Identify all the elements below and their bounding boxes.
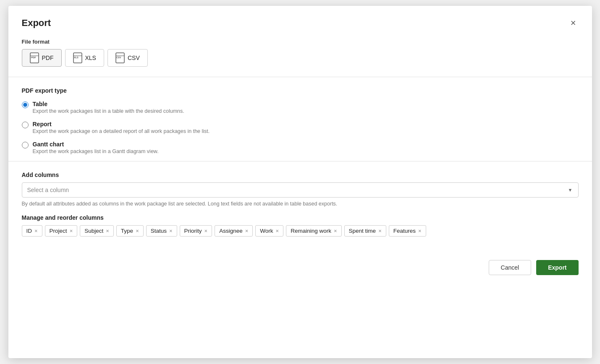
add-columns-label: Add columns bbox=[22, 172, 579, 178]
export-type-report-desc: Export the work package on a detailed re… bbox=[33, 128, 210, 134]
pdf-label: PDF bbox=[42, 55, 54, 61]
column-select-wrapper: Select a column bbox=[22, 182, 579, 198]
export-type-gantt-title: Gantt chart bbox=[33, 141, 159, 148]
column-tag: Spent time× bbox=[344, 225, 386, 237]
csv-label: CSV bbox=[128, 55, 140, 61]
column-tag-label: Spent time bbox=[349, 228, 376, 234]
export-button[interactable]: Export bbox=[536, 260, 578, 275]
column-tag: Assignee× bbox=[215, 225, 253, 237]
column-tag-remove-button[interactable]: × bbox=[276, 228, 279, 234]
column-tag-label: Features bbox=[393, 228, 416, 234]
column-tag-remove-button[interactable]: × bbox=[418, 228, 422, 234]
export-dialog: Export × File format PDF PDF XLS XLS bbox=[8, 6, 592, 358]
column-tag-label: Type bbox=[121, 228, 133, 234]
column-tag: Features× bbox=[389, 225, 426, 237]
column-tag-remove-button[interactable]: × bbox=[334, 228, 337, 234]
column-tag-label: Remaining work bbox=[291, 228, 331, 234]
format-csv-button[interactable]: CSV CSV bbox=[107, 49, 148, 67]
divider-2 bbox=[8, 161, 592, 161]
pdf-icon: PDF bbox=[30, 52, 39, 63]
column-tag-remove-button[interactable]: × bbox=[70, 228, 73, 234]
column-tag: ID× bbox=[22, 225, 42, 237]
export-type-report-text: Report Export the work package on a deta… bbox=[33, 121, 210, 134]
column-tag-label: ID bbox=[26, 228, 32, 234]
column-tag-remove-button[interactable]: × bbox=[106, 228, 109, 234]
close-button[interactable]: × bbox=[568, 18, 579, 29]
divider-1 bbox=[8, 77, 592, 77]
export-type-gantt-radio[interactable] bbox=[22, 142, 29, 148]
cancel-button[interactable]: Cancel bbox=[489, 260, 532, 275]
csv-icon: CSV bbox=[115, 52, 125, 63]
xls-icon: XLS bbox=[73, 52, 82, 63]
column-tag-label: Assignee bbox=[219, 228, 243, 234]
column-tag-label: Work bbox=[260, 228, 273, 234]
export-type-gantt-option: Gantt chart Export the work packages lis… bbox=[22, 141, 579, 154]
export-type-table-title: Table bbox=[33, 101, 184, 107]
column-tag: Priority× bbox=[180, 225, 212, 237]
export-type-table-text: Table Export the work packages list in a… bbox=[33, 101, 184, 114]
manage-columns-label: Manage and reorder columns bbox=[22, 214, 579, 221]
dialog-header: Export × bbox=[22, 18, 579, 29]
file-format-section: File format PDF PDF XLS XLS bbox=[22, 39, 579, 67]
column-tag-remove-button[interactable]: × bbox=[34, 228, 38, 234]
column-tag-label: Project bbox=[50, 228, 67, 234]
column-tag: Remaining work× bbox=[286, 225, 341, 237]
column-tag: Type× bbox=[116, 225, 144, 237]
column-tag-label: Subject bbox=[84, 228, 103, 234]
file-format-options: PDF PDF XLS XLS CSV CSV bbox=[22, 49, 579, 67]
column-tag-label: Status bbox=[151, 228, 167, 234]
export-type-gantt-text: Gantt chart Export the work packages lis… bbox=[33, 141, 159, 154]
svg-text:XLS: XLS bbox=[74, 56, 79, 59]
export-type-table-option: Table Export the work packages list in a… bbox=[22, 101, 579, 114]
dialog-title: Export bbox=[22, 18, 51, 29]
svg-text:CSV: CSV bbox=[116, 56, 121, 59]
column-tag-label: Priority bbox=[184, 228, 202, 234]
export-type-table-radio[interactable] bbox=[22, 101, 29, 108]
pdf-export-type-label: PDF export type bbox=[22, 87, 579, 94]
file-format-label: File format bbox=[22, 39, 579, 45]
columns-list: ID×Project×Subject×Type×Status×Priority×… bbox=[22, 225, 579, 237]
columns-hint: By default all attributes added as colum… bbox=[22, 201, 579, 207]
export-type-gantt-desc: Export the work packages list in a Gantt… bbox=[33, 148, 159, 154]
dialog-footer: Cancel Export bbox=[22, 253, 579, 275]
export-type-report-radio[interactable] bbox=[22, 122, 29, 128]
column-select[interactable]: Select a column bbox=[22, 182, 579, 198]
column-tag-remove-button[interactable]: × bbox=[169, 228, 173, 234]
column-tag: Work× bbox=[255, 225, 283, 237]
format-pdf-button[interactable]: PDF PDF bbox=[22, 49, 62, 67]
column-tag-remove-button[interactable]: × bbox=[378, 228, 382, 234]
xls-label: XLS bbox=[85, 55, 96, 61]
column-tag: Project× bbox=[45, 225, 78, 237]
column-tag-remove-button[interactable]: × bbox=[136, 228, 139, 234]
format-xls-button[interactable]: XLS XLS bbox=[65, 49, 104, 67]
column-tag: Subject× bbox=[80, 225, 114, 237]
column-tag-remove-button[interactable]: × bbox=[204, 228, 208, 234]
add-columns-section: Add columns Select a column By default a… bbox=[22, 172, 579, 237]
column-tag: Status× bbox=[146, 225, 177, 237]
svg-text:PDF: PDF bbox=[31, 56, 36, 59]
export-type-table-desc: Export the work packages list in a table… bbox=[33, 108, 184, 114]
export-type-report-title: Report bbox=[33, 121, 210, 127]
pdf-export-type-section: PDF export type Table Export the work pa… bbox=[22, 87, 579, 154]
column-tag-remove-button[interactable]: × bbox=[245, 228, 249, 234]
export-type-report-option: Report Export the work package on a deta… bbox=[22, 121, 579, 134]
